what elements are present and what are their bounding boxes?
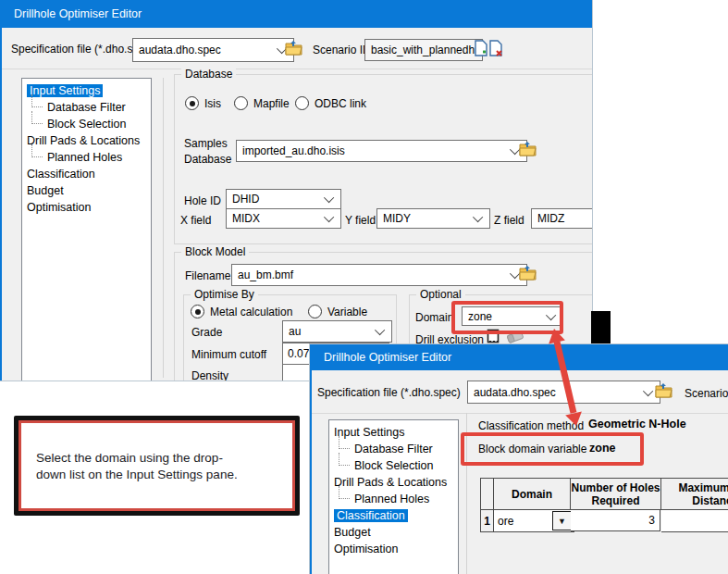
radio-variable[interactable]: Variable	[308, 305, 367, 318]
radio-isis[interactable]: Isis	[185, 96, 221, 110]
table-header-distance[interactable]: Maximum AvDistanc	[661, 479, 728, 510]
table-header-holes[interactable]: Number of HolesRequired	[571, 479, 661, 510]
window2-tree: Input Settings Database Filter Block Sel…	[328, 419, 459, 574]
block-model-group-label: Block Model	[181, 245, 249, 259]
spec-file-value: audata.dho.spec	[139, 44, 221, 56]
classification-method-label: Classification method	[478, 419, 584, 432]
spec-file-combo[interactable]: audata.dho.spec	[467, 381, 660, 404]
table-header-domain[interactable]: Domain	[494, 479, 571, 510]
radio-metal-calculation[interactable]: Metal calculation	[191, 305, 292, 318]
minimum-cutoff-label: Minimum cutoff	[191, 348, 266, 361]
density-label: Density	[191, 369, 228, 381]
sidebar-item-block-selection[interactable]: Block Selection	[22, 116, 151, 132]
table-domain-dropdown-button[interactable]: ▼	[552, 511, 572, 530]
chevron-down-icon	[473, 212, 483, 222]
toolbar-divider	[312, 413, 728, 414]
cropped-black-fragment	[591, 311, 611, 344]
sidebar-item-budget[interactable]: Budget	[329, 524, 458, 541]
callout-note: Select the domain using the drop- down l…	[14, 416, 300, 516]
chevron-down-icon	[643, 385, 653, 395]
page: Drillhole Optimiser Editor Specification…	[0, 0, 728, 574]
y-field-label: Y field	[345, 214, 376, 227]
samples-database-combo[interactable]: imported_au.dho.isis	[236, 140, 527, 162]
scenario-id-label: Scenario ID	[313, 44, 371, 56]
filename-combo[interactable]: au_bm.bmf	[231, 264, 527, 286]
table-corner-cell	[481, 479, 494, 510]
new-scenario-icon[interactable]	[475, 40, 488, 59]
radio-odbc-link[interactable]: ODBC link	[295, 96, 366, 110]
annotation-box-block-domain-variable	[461, 432, 644, 466]
table-cell-distance[interactable]	[661, 510, 728, 532]
table-row-header[interactable]: 1	[481, 510, 494, 532]
grade-combo[interactable]: au	[282, 320, 392, 343]
scenario-id-combo[interactable]: basic_with_plannedh	[364, 39, 483, 61]
x-field-combo[interactable]: MIDX	[226, 208, 341, 229]
annotation-box-domain-combo	[451, 301, 563, 334]
hole-id-label: Hole ID	[184, 194, 221, 207]
window1-title: Drillhole Optimiser Editor	[14, 7, 142, 20]
sidebar-item-planned-holes[interactable]: Planned Holes	[329, 491, 458, 507]
spec-file-combo[interactable]: audata.dho.spec	[132, 38, 294, 62]
open-folder-icon[interactable]	[519, 265, 537, 284]
chevron-down-icon	[324, 193, 334, 203]
sidebar-item-budget[interactable]: Budget	[22, 182, 151, 199]
window2-title: Drillhole Optimiser Editor	[324, 351, 451, 364]
sidebar-item-classification[interactable]: Classification	[22, 166, 151, 182]
window1-titlebar[interactable]: Drillhole Optimiser Editor	[2, 0, 592, 28]
optional-group-label: Optional	[416, 288, 465, 302]
sidebar-item-block-selection[interactable]: Block Selection	[329, 457, 458, 474]
open-folder-icon[interactable]	[519, 141, 537, 160]
callout-text-line2: down list on the Input Settings pane.	[36, 467, 292, 482]
database-group-label: Database	[181, 68, 236, 81]
window2-titlebar[interactable]: Drillhole Optimiser Editor	[312, 344, 728, 370]
samples-database-label: Samples Database	[184, 136, 236, 168]
sidebar-item-optimisation[interactable]: Optimisation	[22, 199, 151, 216]
x-field-label: X field	[180, 214, 211, 227]
table-cell-holes[interactable]: 3	[571, 510, 660, 531]
hole-id-combo[interactable]: DHID	[226, 189, 341, 209]
z-field-combo[interactable]: MIDZ	[531, 208, 592, 229]
radio-dot	[191, 305, 204, 318]
classification-method-value: Geometric N-Hole	[588, 418, 686, 430]
sidebar-item-planned-holes[interactable]: Planned Holes	[22, 149, 151, 166]
table-cell-domain[interactable]: ore ▼	[494, 510, 574, 532]
scenario-id-value: basic_with_plannedh	[371, 44, 475, 56]
sidebar-item-optimisation[interactable]: Optimisation	[329, 541, 458, 557]
open-folder-icon[interactable]	[285, 40, 303, 59]
spec-file-label: Specification file (*.dho.spec)	[317, 386, 461, 399]
chevron-down-icon	[375, 325, 385, 335]
window1-tree: Input Settings Database Filter Block Sel…	[21, 78, 152, 381]
classification-table: Domain Number of HolesRequired Maximum A…	[480, 478, 728, 532]
domain-label: Domain	[415, 311, 453, 324]
delete-scenario-icon[interactable]	[489, 40, 503, 59]
filename-label: Filename	[185, 269, 230, 282]
sidebar-item-classification[interactable]: Classification	[329, 507, 458, 524]
optimise-by-group-label: Optimise By	[191, 288, 258, 302]
grade-label: Grade	[191, 326, 222, 339]
open-folder-icon[interactable]	[655, 382, 673, 402]
scenario-id-label: Scenario ID	[685, 387, 728, 400]
radio-mapfile[interactable]: Mapfile	[234, 96, 290, 110]
radio-dot	[308, 305, 322, 318]
radio-dot	[295, 96, 309, 110]
pane-splitter[interactable]	[163, 78, 164, 378]
radio-dot	[234, 96, 248, 110]
callout-text-line1: Select the domain using the drop-	[36, 450, 292, 466]
chevron-down-icon	[324, 212, 334, 222]
y-field-combo[interactable]: MIDY	[376, 208, 490, 229]
toolbar-divider	[2, 69, 592, 69]
z-field-label: Z field	[494, 214, 524, 227]
radio-dot	[185, 96, 199, 110]
callout-inner: Select the domain using the drop- down l…	[19, 420, 295, 511]
